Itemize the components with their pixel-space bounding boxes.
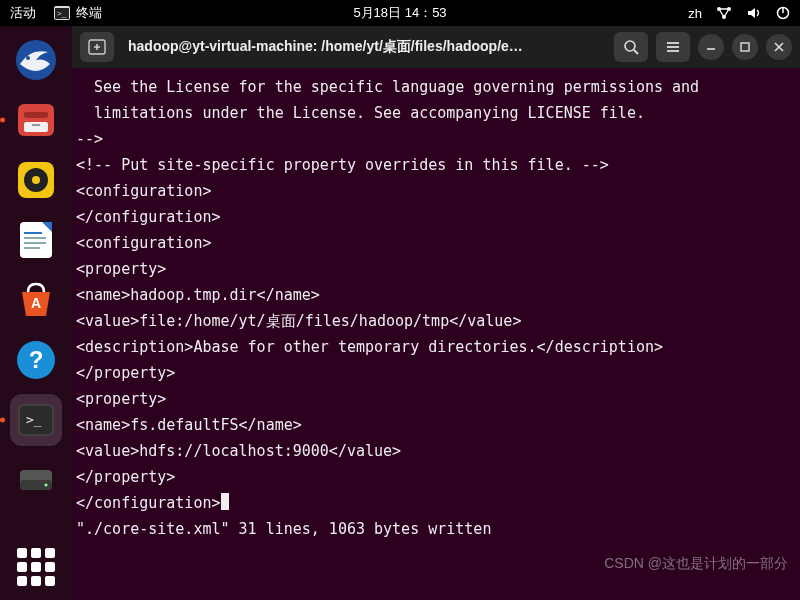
rhythmbox-icon[interactable] — [10, 154, 62, 206]
terminal-line: <description>Abase for other temporary d… — [76, 334, 796, 360]
files-icon[interactable] — [10, 94, 62, 146]
terminal-line: <property> — [76, 256, 796, 282]
terminal-line: <name>fs.defaultFS</name> — [76, 412, 796, 438]
current-app[interactable]: >_ 终端 — [54, 4, 102, 22]
terminal-window: hadoop@yt-virtual-machine: /home/yt/桌面/f… — [72, 26, 800, 600]
svg-rect-17 — [20, 222, 52, 258]
libreoffice-writer-icon[interactable] — [10, 214, 62, 266]
dock: A ? >_ — [0, 26, 72, 600]
svg-point-29 — [45, 484, 48, 487]
terminal-line: <value>file:/home/yt/桌面/files/hadoop/tmp… — [76, 308, 796, 334]
terminal-cursor-line: </configuration> — [76, 490, 796, 516]
svg-point-33 — [625, 41, 635, 51]
input-method-indicator[interactable]: zh — [688, 6, 702, 21]
svg-rect-11 — [24, 112, 48, 118]
svg-rect-21 — [24, 247, 40, 249]
titlebar: hadoop@yt-virtual-machine: /home/yt/桌面/f… — [72, 26, 800, 68]
network-icon[interactable] — [716, 6, 732, 20]
terminal-line: See the License for the specific languag… — [76, 74, 796, 100]
terminal-line: <property> — [76, 386, 796, 412]
window-title: hadoop@yt-virtual-machine: /home/yt/桌面/f… — [122, 38, 606, 56]
power-icon[interactable] — [776, 6, 790, 20]
svg-rect-18 — [24, 232, 42, 234]
terminal-line: </configuration> — [76, 204, 796, 230]
terminal-line: <value>hdfs://localhost:9000</value> — [76, 438, 796, 464]
svg-text:A: A — [31, 295, 41, 311]
svg-rect-20 — [24, 242, 46, 244]
terminal-line: --> — [76, 126, 796, 152]
terminal-line: <!-- Put site-specific property override… — [76, 152, 796, 178]
svg-text:>_: >_ — [26, 412, 42, 427]
terminal-line: </property> — [76, 464, 796, 490]
software-center-icon[interactable]: A — [10, 274, 62, 326]
drive-icon[interactable] — [10, 454, 62, 506]
current-app-label: 终端 — [76, 4, 102, 22]
search-button[interactable] — [614, 32, 648, 62]
svg-line-34 — [634, 50, 638, 54]
terminal-content[interactable]: See the License for the specific languag… — [72, 68, 800, 600]
new-tab-button[interactable] — [80, 32, 114, 62]
maximize-button[interactable] — [732, 34, 758, 60]
svg-rect-13 — [32, 124, 40, 126]
svg-rect-39 — [741, 43, 749, 51]
watermark: CSDN @这也是计划的一部分 — [604, 550, 788, 576]
thunderbird-icon[interactable] — [10, 34, 62, 86]
terminal-icon[interactable]: >_ — [10, 394, 62, 446]
svg-text:>_: >_ — [57, 9, 67, 18]
svg-point-9 — [26, 56, 30, 60]
svg-rect-12 — [24, 122, 48, 132]
help-icon[interactable]: ? — [10, 334, 62, 386]
menu-button[interactable] — [656, 32, 690, 62]
cursor — [221, 493, 229, 510]
top-panel: 活动 >_ 终端 5月18日 14：53 zh — [0, 0, 800, 26]
svg-text:?: ? — [29, 346, 44, 373]
terminal-line: </property> — [76, 360, 796, 386]
clock[interactable]: 5月18日 14：53 — [353, 4, 446, 22]
desktop: A ? >_ hadoop@yt-virtual-machine: /home/… — [0, 26, 800, 600]
terminal-line: <name>hadoop.tmp.dir</name> — [76, 282, 796, 308]
svg-rect-19 — [24, 237, 46, 239]
vim-status-line: "./core-site.xml" 31 lines, 1063 bytes w… — [76, 516, 796, 542]
terminal-line: <configuration> — [76, 178, 796, 204]
terminal-small-icon: >_ — [54, 6, 70, 20]
activities-button[interactable]: 活动 — [10, 4, 36, 22]
close-button[interactable] — [766, 34, 792, 60]
svg-point-16 — [32, 176, 40, 184]
minimize-button[interactable] — [698, 34, 724, 60]
terminal-line: <configuration> — [76, 230, 796, 256]
show-applications-icon[interactable] — [17, 548, 55, 586]
terminal-line: limitations under the License. See accom… — [76, 100, 796, 126]
volume-icon[interactable] — [746, 6, 762, 20]
